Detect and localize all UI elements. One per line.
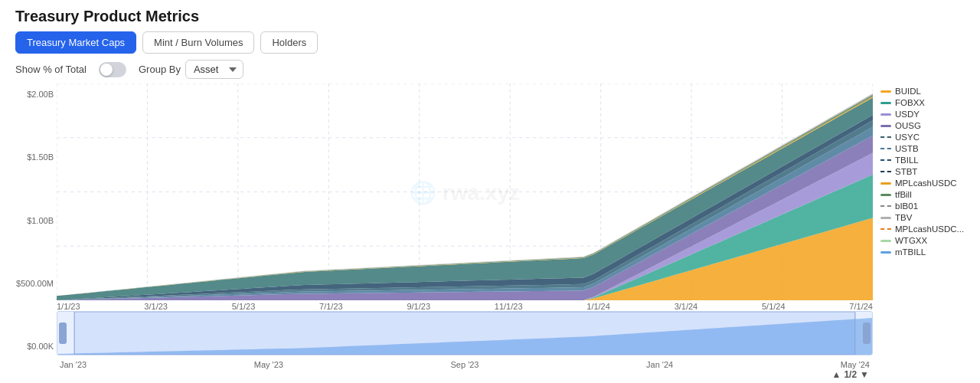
legend-item-OUSG: OUSG xyxy=(880,121,972,130)
mini-scroll-right[interactable] xyxy=(863,322,871,344)
chart-canvas: 🌐 rwa.xyz xyxy=(57,83,873,300)
prev-page-icon[interactable]: ▲ xyxy=(832,369,841,380)
toggle-knob xyxy=(100,64,113,76)
legend-item-TBV: TBV xyxy=(880,213,972,222)
page-title: Treasury Product Metrics xyxy=(0,8,980,31)
toolbar: Treasury Market CapsMint / Burn VolumesH… xyxy=(0,31,980,60)
x-label: 1/1/23 xyxy=(57,302,80,311)
legend-label-MPLcashUSDC2: MPLcashUSDC... xyxy=(895,224,964,234)
legend-item-BUIDL: BUIDL xyxy=(880,87,972,96)
mini-label: Jan '23 xyxy=(60,360,87,369)
group-by-select[interactable]: Asset Issuer Chain xyxy=(185,60,243,79)
chart-area: $2.00B$1.50B$1.00B$500.00M$0.00K 🌐 rwa.x… xyxy=(0,83,980,369)
legend-swatch-tfBill xyxy=(880,194,891,196)
mini-chart-svg xyxy=(57,312,872,355)
legend-swatch-bIB01 xyxy=(880,205,891,207)
legend-swatch-MPLcashUSDC2 xyxy=(880,228,891,230)
tab-mint-burn[interactable]: Mint / Burn Volumes xyxy=(142,31,254,54)
mini-label: May '23 xyxy=(254,360,283,369)
x-label: 3/1/23 xyxy=(144,302,168,311)
legend-swatch-USDY xyxy=(880,113,891,116)
show-pct-toggle[interactable] xyxy=(99,62,126,77)
legend-item-tfBill: tfBill xyxy=(880,190,972,199)
mini-axis-labels: Jan '23May '23Sep '23Jan '24May '24 xyxy=(57,358,873,369)
legend-item-USDY: USDY xyxy=(880,110,972,119)
legend-item-bIB01: bIB01 xyxy=(880,201,972,211)
mini-label: Sep '23 xyxy=(451,360,479,369)
legend-swatch-USTB xyxy=(880,148,891,149)
legend-item-TBILL: TBILL xyxy=(880,155,972,165)
group-by-label: Group By xyxy=(139,64,181,75)
legend-label-TBILL: TBILL xyxy=(895,155,919,165)
legend-swatch-TBV xyxy=(880,217,891,219)
main-chart-svg xyxy=(57,83,873,300)
x-label: 9/1/23 xyxy=(407,302,430,311)
group-by-wrap: Group By Asset Issuer Chain xyxy=(139,60,243,79)
legend-label-STBT: STBT xyxy=(895,167,917,176)
legend-item-WTGXX: WTGXX xyxy=(880,236,972,245)
legend-item-MPLcashUSDC2: MPLcashUSDC... xyxy=(880,224,972,234)
x-axis: 1/1/233/1/235/1/237/1/239/1/2311/1/231/1… xyxy=(57,300,873,311)
legend-item-FOBXX: FOBXX xyxy=(880,98,972,107)
legend-label-USTB: USTB xyxy=(895,144,919,153)
x-label: 7/1/23 xyxy=(319,302,343,311)
legend-label-OUSG: OUSG xyxy=(895,121,921,130)
legend-label-FOBXX: FOBXX xyxy=(895,98,925,107)
mini-label: Jan '24 xyxy=(646,360,673,369)
legend-label-mTBILL: mTBILL xyxy=(895,247,926,257)
legend-swatch-mTBILL xyxy=(880,251,891,254)
toggle-track[interactable] xyxy=(99,62,126,77)
legend-swatch-USYC xyxy=(880,136,891,138)
mini-scroll-left[interactable] xyxy=(59,322,67,344)
legend: BUIDLFOBXXUSDYOUSGUSYCUSTBTBILLSTBTMPLca… xyxy=(873,83,972,369)
legend-label-USYC: USYC xyxy=(895,133,920,142)
tab-market-caps[interactable]: Treasury Market Caps xyxy=(15,31,136,54)
mini-highlight xyxy=(74,312,855,355)
legend-label-MPLcashUSDC: MPLcashUSDC xyxy=(895,178,957,188)
next-page-icon[interactable]: ▼ xyxy=(860,369,869,380)
legend-label-USDY: USDY xyxy=(895,110,920,119)
mini-label: May '24 xyxy=(841,360,870,369)
y-label: $1.00B xyxy=(27,216,54,225)
legend-item-STBT: STBT xyxy=(880,167,972,176)
y-label: $0.00K xyxy=(27,342,54,351)
show-pct-label: Show % of Total xyxy=(15,64,87,75)
y-label: $500.00M xyxy=(16,279,54,288)
legend-swatch-STBT xyxy=(880,171,891,172)
y-axis: $2.00B$1.50B$1.00B$500.00M$0.00K xyxy=(8,83,57,369)
legend-item-MPLcashUSDC: MPLcashUSDC xyxy=(880,178,972,188)
x-label: 7/1/24 xyxy=(849,302,873,311)
controls-bar: Show % of Total Group By Asset Issuer Ch… xyxy=(0,60,980,83)
x-label: 5/1/24 xyxy=(762,302,786,311)
chart-main: 🌐 rwa.xyz 1/1/233/1/235/1/237/1/239/1/23… xyxy=(57,83,873,369)
legend-label-BUIDL: BUIDL xyxy=(895,87,921,96)
legend-label-WTGXX: WTGXX xyxy=(895,236,927,245)
tab-holders[interactable]: Holders xyxy=(260,31,318,54)
legend-label-tfBill: tfBill xyxy=(895,190,912,199)
legend-label-bIB01: bIB01 xyxy=(895,201,918,211)
pagination-bar: ▲ 1/2 ▼ xyxy=(0,369,980,383)
legend-swatch-TBILL xyxy=(880,159,891,161)
legend-swatch-FOBXX xyxy=(880,102,891,104)
x-label: 5/1/23 xyxy=(232,302,256,311)
x-label: 11/1/23 xyxy=(495,302,523,311)
legend-item-mTBILL: mTBILL xyxy=(880,247,972,257)
y-label: $1.50B xyxy=(27,152,54,162)
legend-item-USYC: USYC xyxy=(880,133,972,142)
x-label: 1/1/24 xyxy=(586,302,610,311)
legend-swatch-MPLcashUSDC xyxy=(880,182,891,185)
x-label: 3/1/24 xyxy=(675,302,698,311)
legend-swatch-OUSG xyxy=(880,125,891,127)
legend-swatch-WTGXX xyxy=(880,240,891,242)
legend-swatch-BUIDL xyxy=(880,90,891,93)
legend-item-USTB: USTB xyxy=(880,144,972,153)
mini-chart xyxy=(57,311,873,355)
y-label: $2.00B xyxy=(27,90,54,99)
legend-label-TBV: TBV xyxy=(895,213,912,222)
page-indicator: 1/2 xyxy=(844,369,857,380)
